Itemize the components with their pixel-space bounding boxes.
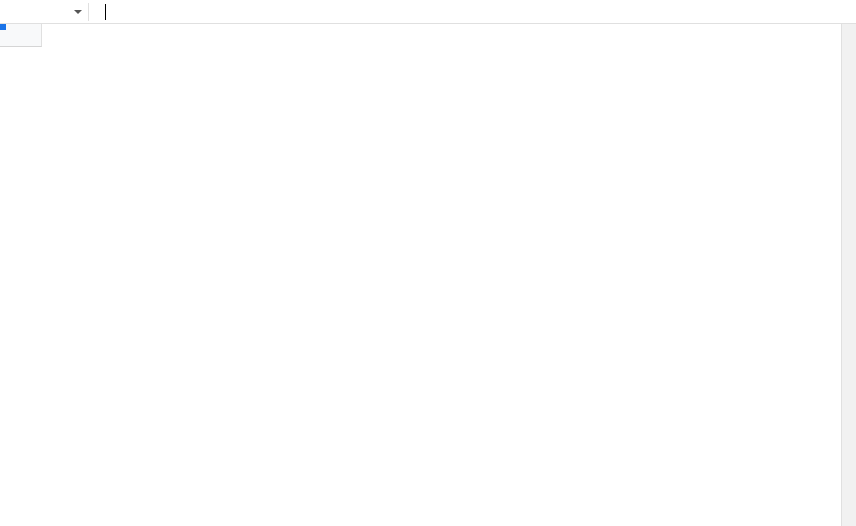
fill-handle[interactable] <box>0 24 6 30</box>
vertical-scrollbar[interactable] <box>841 24 856 526</box>
name-box-bar <box>0 0 856 24</box>
spreadsheet-grid <box>0 24 856 526</box>
select-all-corner[interactable] <box>0 24 42 47</box>
formula-input[interactable] <box>106 0 856 23</box>
dropdown-icon[interactable] <box>74 10 82 14</box>
divider <box>88 3 89 21</box>
name-box[interactable] <box>0 0 88 24</box>
